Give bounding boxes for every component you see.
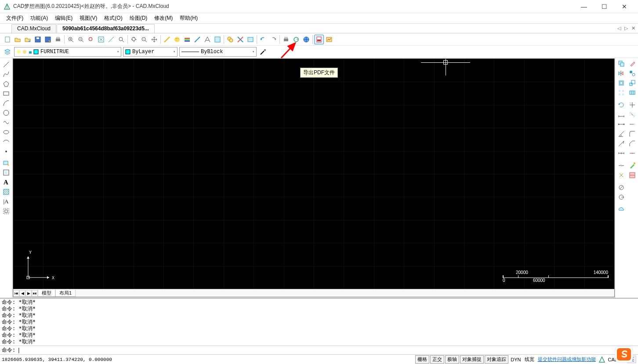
export-pdf-icon[interactable] <box>314 35 324 44</box>
text-style-icon[interactable] <box>203 35 212 44</box>
layer-props-icon[interactable] <box>182 35 192 44</box>
spline-tool-icon[interactable] <box>1 118 11 127</box>
redo-icon[interactable] <box>268 35 278 44</box>
new-file-icon[interactable] <box>3 35 12 44</box>
layout-nav-prev-icon[interactable]: ◀ <box>19 290 25 296</box>
clip-tool-icon[interactable] <box>627 170 637 180</box>
polyline-tool-icon[interactable] <box>1 69 11 79</box>
arc-tool-icon[interactable] <box>1 98 11 108</box>
move-icon[interactable] <box>149 35 159 44</box>
join-tool-icon[interactable] <box>627 148 637 158</box>
save-icon[interactable] <box>33 35 43 44</box>
refresh-icon[interactable] <box>291 35 301 44</box>
rotate-tool-icon[interactable] <box>616 100 626 110</box>
menu-modify[interactable]: 修改(M) <box>151 14 176 23</box>
open-file-icon[interactable] <box>13 35 22 44</box>
match-props-icon[interactable] <box>258 47 268 57</box>
tab-nav-right-icon[interactable]: ▷ <box>623 25 629 31</box>
array-tool-icon[interactable] <box>616 88 626 97</box>
layout-nav-last-icon[interactable]: ⏭ <box>32 290 38 296</box>
stretch-tool-icon[interactable] <box>627 88 637 97</box>
web-icon[interactable] <box>301 35 311 44</box>
undo-icon[interactable] <box>258 35 268 44</box>
point-tool-icon[interactable] <box>1 147 11 156</box>
color-dropdown[interactable]: ByLayer ▾ <box>123 47 178 57</box>
ellipse-arc-tool-icon[interactable] <box>1 137 11 147</box>
menu-view[interactable]: 视图(V) <box>76 14 101 23</box>
dim-ordinate-icon[interactable] <box>616 192 626 202</box>
menu-draw[interactable]: 绘图(D) <box>126 14 151 23</box>
tab-nav-close-icon[interactable]: ✕ <box>630 25 636 31</box>
line-tool-icon[interactable] <box>1 60 11 69</box>
zoom-extents-icon[interactable] <box>96 35 106 44</box>
zoom-scale-icon[interactable] <box>106 35 116 44</box>
status-dyn[interactable]: DYN <box>509 357 522 362</box>
drawing-canvas[interactable]: X Y 20000 140000 0 60000 <box>13 59 614 289</box>
lengthen-tool-icon[interactable] <box>627 119 637 129</box>
image-icon[interactable] <box>246 35 255 44</box>
extend-tool-icon[interactable] <box>627 110 637 119</box>
make-block-icon[interactable] <box>1 168 11 177</box>
status-feedback-link[interactable]: 提交软件问题或增加新功能 <box>536 356 598 363</box>
minimize-button[interactable]: — <box>574 0 594 13</box>
trim-tool-icon[interactable] <box>627 100 637 110</box>
ellipse-tool-icon[interactable] <box>1 127 11 137</box>
insert-block-icon[interactable] <box>1 158 11 168</box>
print2-icon[interactable] <box>281 35 291 44</box>
status-polar-button[interactable]: 极轴 <box>445 355 459 364</box>
scale-tool-icon[interactable] <box>627 78 637 88</box>
layer-dropdown[interactable]: FURNITRUE ▾ <box>14 47 121 57</box>
paint-tool-icon[interactable] <box>627 161 637 170</box>
copy-tool-icon[interactable] <box>616 59 626 68</box>
zoom-realtime-icon[interactable] <box>139 35 149 44</box>
circle-tool-icon[interactable] <box>1 108 11 118</box>
dim-radius-icon[interactable] <box>616 139 626 148</box>
erase-tool-icon[interactable] <box>627 59 637 68</box>
zoom-previous-icon[interactable] <box>116 35 126 44</box>
status-lineweight[interactable]: 线宽 <box>523 356 536 363</box>
dim-angular-icon[interactable] <box>616 129 626 139</box>
text-tool-icon[interactable]: A <box>1 177 11 187</box>
ime-indicator[interactable]: 英 <box>627 356 636 363</box>
mtext-tool-icon[interactable]: |A <box>1 197 11 206</box>
layout-nav-next-icon[interactable]: ▶ <box>25 290 32 296</box>
menu-functions[interactable]: 功能(A) <box>27 14 51 23</box>
menu-help[interactable]: 帮助(H) <box>176 14 201 23</box>
rectangle-tool-icon[interactable] <box>1 89 11 98</box>
break-tool-icon[interactable] <box>616 161 626 170</box>
fillet-tool-icon[interactable] <box>627 129 637 139</box>
move-tool-icon[interactable] <box>627 68 637 78</box>
layout-tab-model[interactable]: 模型 <box>38 290 55 297</box>
color-icon[interactable] <box>172 35 182 44</box>
linetype-dropdown[interactable]: ByBlock ▾ <box>179 47 257 57</box>
zoom-window-icon[interactable] <box>86 35 96 44</box>
pan-icon[interactable] <box>129 35 139 44</box>
export-image-icon[interactable] <box>324 35 334 44</box>
tab-document[interactable]: 5090ab61c4564d8baf63a09223d5... <box>57 24 155 33</box>
purge-icon[interactable] <box>236 35 245 44</box>
dim-aligned-icon[interactable] <box>616 119 626 129</box>
close-button[interactable]: ✕ <box>614 0 634 13</box>
command-input[interactable] <box>17 346 636 354</box>
tab-mxcloud[interactable]: CAD.MxCloud <box>11 24 56 33</box>
status-ortho-button[interactable]: 正交 <box>430 355 444 364</box>
status-otrack-button[interactable]: 对象追踪 <box>485 355 508 364</box>
linetype-icon[interactable] <box>192 35 202 44</box>
layout-tab-layout1[interactable]: 布局1 <box>55 290 76 297</box>
mirror-tool-icon[interactable] <box>616 68 626 78</box>
print-icon[interactable] <box>53 35 63 44</box>
layer-manager-icon[interactable] <box>3 47 12 57</box>
measure-icon[interactable] <box>162 35 172 44</box>
chamfer-tool-icon[interactable] <box>627 139 637 148</box>
dim-linear-icon[interactable] <box>616 110 626 119</box>
menu-format[interactable]: 格式(O) <box>101 14 126 23</box>
maximize-button[interactable]: ☐ <box>594 0 614 13</box>
menu-edit[interactable]: 编辑(E) <box>51 14 76 23</box>
dim-style-icon[interactable] <box>213 35 222 44</box>
offset-tool-icon[interactable] <box>616 78 626 88</box>
dim-continue-icon[interactable] <box>616 148 626 158</box>
zoom-in-icon[interactable] <box>66 35 76 44</box>
tab-nav-left-icon[interactable]: ◁ <box>616 25 622 31</box>
find-icon[interactable] <box>225 35 235 44</box>
polygon-tool-icon[interactable] <box>1 79 11 89</box>
